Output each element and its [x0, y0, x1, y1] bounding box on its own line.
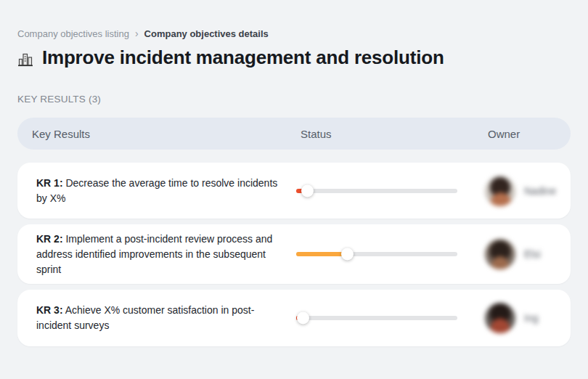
column-header-key-results: Key Results — [32, 128, 90, 140]
buildings-icon — [17, 52, 33, 68]
kr3-description: KR 3: Achieve X% customer satisfaction i… — [36, 303, 279, 333]
kr2-progress-fill — [296, 252, 348, 256]
breadcrumb: Company objectives listing › Company obj… — [17, 28, 269, 39]
breadcrumb-item-details: Company objectives details — [144, 28, 269, 39]
kr3-status-cell — [296, 290, 457, 346]
chevron-right-icon: › — [135, 28, 139, 38]
column-header-owner: Owner — [488, 128, 520, 140]
kr1-description-cell: KR 1: Decrease the average time to resol… — [36, 163, 279, 219]
kr3-progress-slider[interactable] — [296, 316, 457, 320]
kr2-description-cell: KR 2: Implement a post-incident review p… — [36, 224, 279, 284]
kr1-progress-slider[interactable] — [296, 189, 457, 193]
kr2-owner-name: Elsi — [524, 248, 541, 260]
page-title-row: Improve incident management and resoluti… — [17, 46, 444, 69]
kr2-owner-avatar — [485, 239, 515, 269]
key-results-count-label: KEY RESULTS (3) — [17, 94, 101, 105]
page-title: Improve incident management and resoluti… — [42, 46, 444, 69]
column-header-status: Status — [301, 128, 332, 140]
kr3-description-cell: KR 3: Achieve X% customer satisfaction i… — [36, 290, 279, 346]
kr2-status-cell — [296, 224, 457, 284]
kr3-owner-avatar — [485, 303, 515, 333]
table-row-kr1[interactable]: KR 1: Decrease the average time to resol… — [17, 163, 571, 219]
table-row-kr3[interactable]: KR 3: Achieve X% customer satisfaction i… — [17, 290, 571, 346]
kr1-owner-avatar — [485, 176, 515, 206]
kr1-status-cell — [296, 163, 457, 219]
kr3-label: KR 3: — [36, 304, 63, 316]
kr2-text: Implement a post-incident review process… — [36, 233, 272, 275]
kr3-text: Achieve X% customer satisfaction in post… — [36, 304, 254, 331]
kr3-owner-name: Ing — [524, 312, 538, 324]
kr2-slider-handle[interactable] — [341, 248, 354, 261]
kr1-label: KR 1: — [36, 177, 63, 189]
kr2-label: KR 2: — [36, 233, 63, 245]
kr2-owner-cell: Elsi — [485, 224, 541, 284]
kr1-description: KR 1: Decrease the average time to resol… — [36, 176, 279, 206]
table-row-kr2[interactable]: KR 2: Implement a post-incident review p… — [17, 224, 571, 284]
page: Company objectives listing › Company obj… — [0, 0, 588, 379]
kr3-slider-handle[interactable] — [297, 312, 309, 325]
kr2-description: KR 2: Implement a post-incident review p… — [36, 232, 279, 277]
kr3-owner-cell: Ing — [485, 290, 538, 346]
kr2-progress-slider[interactable] — [296, 252, 457, 256]
kr1-slider-handle[interactable] — [301, 184, 314, 197]
breadcrumb-item-listing[interactable]: Company objectives listing — [17, 28, 129, 39]
kr1-owner-cell: Nadine — [485, 163, 556, 219]
kr1-text: Decrease the average time to resolve inc… — [36, 177, 277, 204]
kr1-owner-name: Nadine — [524, 185, 556, 197]
table-header: Key Results Status Owner — [17, 118, 571, 150]
